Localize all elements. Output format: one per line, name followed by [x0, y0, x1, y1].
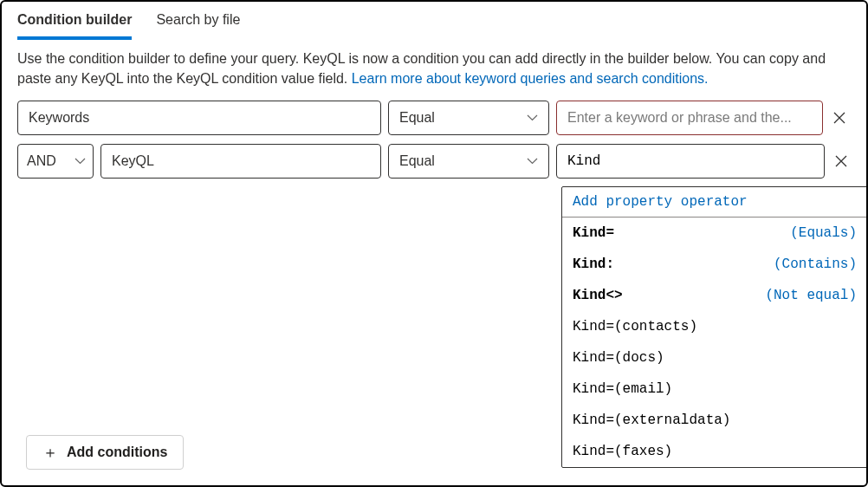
value-input[interactable]: Enter a keyword or phrase and the...	[556, 101, 823, 135]
add-conditions-row: ＋ Add conditions	[26, 435, 184, 470]
autocomplete-item-label: Kind:	[573, 256, 614, 272]
tabs-bar: Condition builder Search by file	[2, 2, 866, 40]
logic-value: AND	[27, 153, 56, 169]
panel-header[interactable]: Add property operator	[562, 187, 867, 218]
plus-icon: ＋	[42, 442, 58, 463]
operator-dropdown[interactable]: Equal	[388, 144, 549, 179]
logic-operator-dropdown[interactable]: AND	[17, 144, 94, 179]
autocomplete-item[interactable]: Kind=(Equals)	[562, 218, 867, 249]
keyql-value-input[interactable]: Kind	[556, 144, 825, 179]
autocomplete-panel: Add property operator Kind=(Equals)Kind:…	[561, 186, 868, 468]
condition-row-1: Keywords Equal Enter a keyword or phrase…	[17, 101, 851, 135]
autocomplete-item[interactable]: Kind=(faxes)	[562, 436, 867, 467]
autocomplete-item-label: Kind=(externaldata)	[573, 412, 730, 428]
operator-value: Equal	[399, 110, 435, 126]
autocomplete-item-hint: (Not equal)	[765, 288, 857, 303]
autocomplete-item-hint: (Contains)	[774, 256, 857, 272]
autocomplete-item-label: Kind=(email)	[573, 381, 672, 397]
condition-rows: Keywords Equal Enter a keyword or phrase…	[2, 101, 866, 179]
operator-value: Equal	[399, 153, 435, 169]
add-conditions-button[interactable]: ＋ Add conditions	[26, 435, 184, 470]
autocomplete-item[interactable]: Kind=(contacts)	[562, 311, 867, 342]
chevron-down-icon	[527, 158, 538, 165]
autocomplete-item[interactable]: Kind=(externaldata)	[562, 405, 867, 436]
chevron-down-icon	[74, 158, 86, 165]
chevron-down-icon	[527, 114, 538, 121]
learn-more-link[interactable]: Learn more about keyword queries and sea…	[352, 71, 709, 86]
autocomplete-item-label: Kind=(docs)	[573, 350, 664, 366]
autocomplete-item-label: Kind<>	[573, 288, 623, 303]
condition-row-2: AND KeyQL Equal Kind	[17, 144, 851, 179]
remove-row-icon[interactable]	[832, 154, 851, 168]
autocomplete-item[interactable]: Kind=(docs)	[562, 342, 867, 373]
description-text: Use the condition builder to define your…	[2, 40, 866, 101]
tab-search-by-file[interactable]: Search by file	[156, 9, 240, 40]
property-field[interactable]: KeyQL	[100, 144, 381, 179]
add-conditions-label: Add conditions	[67, 445, 167, 460]
operator-dropdown[interactable]: Equal	[388, 101, 549, 135]
property-field[interactable]: Keywords	[17, 101, 381, 135]
autocomplete-item[interactable]: Kind=(email)	[562, 373, 867, 405]
autocomplete-item[interactable]: Kind:(Contains)	[562, 249, 867, 280]
autocomplete-item-hint: (Equals)	[790, 225, 857, 241]
tab-condition-builder[interactable]: Condition builder	[17, 9, 132, 40]
autocomplete-item-label: Kind=(faxes)	[573, 444, 672, 459]
autocomplete-item[interactable]: Kind<>(Not equal)	[562, 280, 867, 311]
autocomplete-item-label: Kind=	[573, 225, 614, 241]
remove-row-icon[interactable]	[830, 111, 849, 125]
autocomplete-item-label: Kind=(contacts)	[573, 319, 697, 334]
